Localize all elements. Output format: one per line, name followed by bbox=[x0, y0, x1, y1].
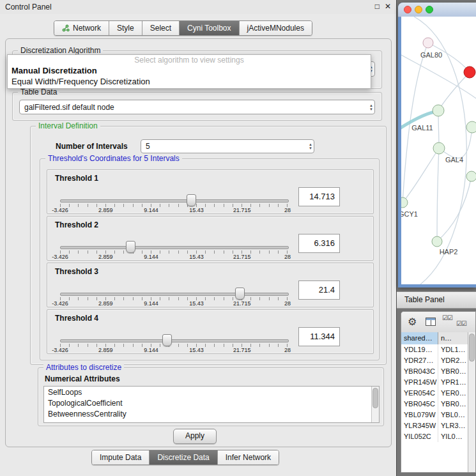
minimize-traffic-light-icon[interactable] bbox=[415, 6, 422, 13]
threshold-2-panel: Threshold 2 -3.426 2.859 9.144 15.43 21.… bbox=[47, 216, 374, 261]
threshold-3-slider-thumb[interactable] bbox=[235, 288, 245, 300]
list-scrollbar-thumb[interactable] bbox=[372, 388, 378, 408]
control-panel-tabs: Network Style Select Cyni Toolbox jActiv… bbox=[54, 20, 312, 36]
table-scrollbar[interactable] bbox=[468, 332, 475, 472]
network-tab-icon bbox=[62, 24, 70, 32]
threshold-4-slider-thumb[interactable] bbox=[162, 334, 172, 346]
table-scrollbar-thumb[interactable] bbox=[469, 334, 475, 362]
table-row[interactable]: YDL19…YDL1… bbox=[401, 344, 469, 355]
apply-button[interactable]: Apply bbox=[173, 429, 217, 444]
slider-track[interactable] bbox=[60, 246, 289, 249]
table-data-group-title: Table Data bbox=[18, 88, 59, 96]
number-of-intervals-label: Number of Intervals bbox=[56, 142, 128, 151]
column-header-shared-name[interactable]: shared… bbox=[401, 332, 438, 344]
threshold-3-panel: Threshold 3 -3.426 2.859 9.144 15.43 21.… bbox=[47, 263, 374, 307]
table-row[interactable]: YPR145WYPR1… bbox=[401, 377, 469, 388]
threshold-1-value-field[interactable]: 14.713 bbox=[298, 187, 340, 206]
table-row[interactable]: YER054CYER0… bbox=[401, 388, 469, 399]
slider-track[interactable] bbox=[60, 293, 289, 296]
table-header-row: shared… n… bbox=[401, 332, 475, 345]
select-all-checkboxes-icon[interactable]: ☑☑ bbox=[442, 314, 452, 321]
threshold-4-slider[interactable]: -3.426 2.859 9.144 15.43 21.715 28 bbox=[60, 333, 288, 352]
attributes-group: Attributes to discretize Numerical Attri… bbox=[38, 367, 384, 426]
number-of-intervals-combobox[interactable]: 5 ▲ ▼ bbox=[141, 139, 314, 153]
node-label-gal80: GAL80 bbox=[420, 51, 442, 59]
node-gcy1[interactable] bbox=[401, 197, 408, 208]
cyni-bottom-tabs: Impute Data Discretize Data Infer Networ… bbox=[91, 450, 279, 465]
slider-track[interactable] bbox=[60, 339, 289, 342]
thresholds-group-title: Threshold's Coordinates for 5 Intervals bbox=[45, 154, 182, 163]
column-header-name[interactable]: n… bbox=[438, 332, 470, 344]
node-label-gal11: GAL11 bbox=[411, 124, 433, 132]
threshold-4-panel: Threshold 4 -3.426 2.859 9.144 15.43 21.… bbox=[47, 309, 374, 354]
table-body: YDL19…YDL1… YDR27…YDR2… YBR043CYBR0… YPR… bbox=[401, 344, 469, 472]
tab-select[interactable]: Select bbox=[142, 21, 180, 35]
tab-style[interactable]: Style bbox=[109, 21, 142, 35]
close-traffic-light-icon[interactable] bbox=[404, 6, 411, 13]
node-label-gal4: GAL4 bbox=[445, 156, 463, 164]
node-partial-right[interactable] bbox=[466, 121, 476, 133]
table-row[interactable]: YLR345WYLR3… bbox=[401, 420, 469, 431]
threshold-1-slider-thumb[interactable] bbox=[187, 194, 196, 206]
network-canvas[interactable]: GAL80 GAL11 GAL4 GCY1 HAP2 bbox=[401, 17, 476, 284]
cyni-toolbox-panel: Discretization Algorithm ▲ ▼ Select algo… bbox=[5, 38, 392, 447]
node-gal80[interactable] bbox=[423, 38, 433, 48]
table-toolbar: ⚙ ☑☑ ☑☑ bbox=[401, 312, 475, 333]
node-label-hap2: HAP2 bbox=[440, 248, 458, 256]
table-data-combobox[interactable]: galFiltered.sif default node ▲ ▼ bbox=[19, 100, 375, 114]
table-panel-bar: Table Panel bbox=[397, 291, 476, 309]
numerical-attributes-list[interactable]: SelfLoops TopologicalCoefficient Between… bbox=[43, 386, 380, 423]
list-item[interactable]: TopologicalCoefficient bbox=[44, 397, 379, 408]
numerical-attributes-label: Numerical Attributes bbox=[45, 374, 120, 383]
interval-definition-group: Interval Definition Number of Intervals … bbox=[30, 126, 387, 365]
table-row[interactable]: YDR27…YDR2… bbox=[401, 355, 469, 366]
algorithm-dropdown-placeholder: Select algorithm to view settings bbox=[8, 55, 371, 65]
threshold-3-slider[interactable]: -3.426 2.859 9.144 15.43 21.715 28 bbox=[60, 286, 288, 305]
column-browser-icon[interactable] bbox=[426, 318, 436, 326]
node-partial-right-2[interactable] bbox=[466, 171, 476, 181]
threshold-2-slider-thumb[interactable] bbox=[126, 241, 135, 253]
tab-network-label: Network bbox=[73, 24, 101, 33]
interval-definition-group-title: Interval Definition bbox=[36, 121, 100, 130]
tab-network[interactable]: Network bbox=[54, 21, 109, 35]
threshold-3-value-field[interactable]: 21.4 bbox=[298, 280, 340, 300]
list-scrollbar[interactable] bbox=[371, 387, 379, 422]
combo-stepper-icon: ▲ ▼ bbox=[369, 104, 373, 111]
screen: Control Panel □ ✕ Network Style Select C… bbox=[0, 0, 476, 476]
tab-infer-network[interactable]: Infer Network bbox=[218, 450, 279, 464]
threshold-4-value-field[interactable]: 11.344 bbox=[298, 327, 340, 346]
tab-impute-data[interactable]: Impute Data bbox=[92, 450, 150, 464]
threshold-1-slider[interactable]: -3.426 2.859 9.144 15.43 21.715 28 bbox=[60, 193, 288, 212]
threshold-2-value-field[interactable]: 6.316 bbox=[298, 234, 340, 253]
slider-track[interactable] bbox=[60, 199, 289, 203]
list-item[interactable]: BetweennessCentrality bbox=[44, 408, 379, 419]
table-row[interactable]: YIL052CYIL0… bbox=[401, 431, 469, 442]
select-none-checkboxes-icon[interactable]: ☑☑ bbox=[456, 320, 466, 327]
gear-icon[interactable]: ⚙ bbox=[408, 316, 417, 328]
threshold-2-slider[interactable]: -3.426 2.859 9.144 15.43 21.715 28 bbox=[60, 240, 288, 259]
node-hap2[interactable] bbox=[432, 236, 442, 247]
close-icon[interactable]: ✕ bbox=[385, 2, 391, 11]
zoom-traffic-light-icon[interactable] bbox=[426, 6, 433, 13]
tab-jactivemnodules[interactable]: jActiveMNodules bbox=[240, 21, 312, 35]
node-label-gcy1: GCY1 bbox=[401, 210, 418, 218]
tab-cyni-toolbox[interactable]: Cyni Toolbox bbox=[180, 21, 239, 35]
threshold-1-panel: Threshold 1 -3.426 2.859 9.144 15.43 21.… bbox=[47, 169, 374, 214]
node-selected-red[interactable] bbox=[464, 66, 475, 78]
right-column: GAL80 GAL11 GAL4 GCY1 HAP2 Table Panel ⚙… bbox=[397, 0, 476, 476]
table-panel-window: ⚙ ☑☑ ☑☑ shared… n… YDL19…YDL1… YDR27…YDR… bbox=[401, 311, 476, 473]
table-row[interactable]: YBL079WYBL0… bbox=[401, 410, 469, 420]
node-gal4[interactable] bbox=[433, 142, 445, 154]
table-row[interactable]: YBR045CYBR0… bbox=[401, 399, 469, 410]
algorithm-option-equal-width[interactable]: Equal Width/Frequency Discretization bbox=[8, 76, 371, 87]
table-data-selected: galFiltered.sif default node bbox=[24, 103, 114, 112]
node-gal11[interactable] bbox=[433, 105, 444, 116]
control-panel-titlebar: Control Panel □ ✕ bbox=[0, 0, 396, 14]
tab-discretize-data[interactable]: Discretize Data bbox=[150, 450, 217, 464]
attributes-group-title: Attributes to discretize bbox=[43, 363, 124, 372]
algorithm-option-manual[interactable]: Manual Discretization bbox=[8, 65, 371, 76]
table-row[interactable]: YBR043CYBR0… bbox=[401, 366, 469, 377]
algorithm-dropdown-popup: Select algorithm to view settings Manual… bbox=[7, 54, 371, 89]
list-item[interactable]: SelfLoops bbox=[44, 387, 379, 397]
float-window-icon[interactable]: □ bbox=[375, 2, 380, 11]
